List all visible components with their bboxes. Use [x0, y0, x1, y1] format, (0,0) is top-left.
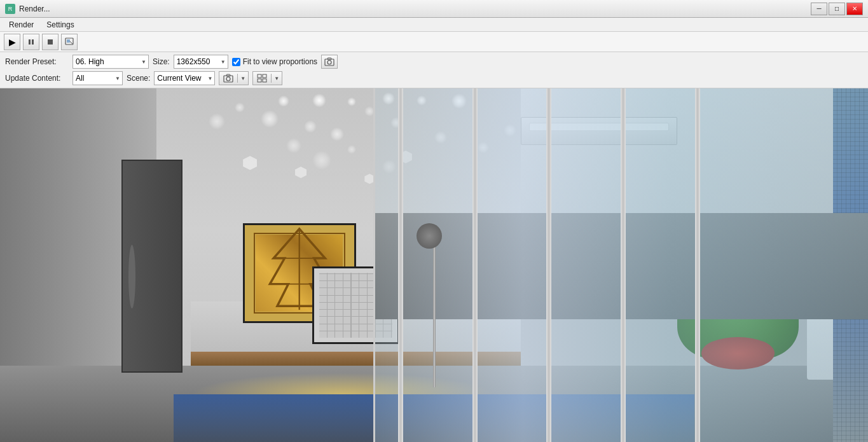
- camera-dropdown-arrow[interactable]: ▼: [238, 76, 248, 81]
- toolbar: ▶: [0, 32, 868, 52]
- close-button[interactable]: ✕: [846, 3, 863, 15]
- svg-point-9: [226, 77, 230, 81]
- render-preset-label: Render Preset:: [5, 57, 69, 66]
- play-button[interactable]: ▶: [4, 34, 20, 50]
- view-icon: [253, 74, 272, 83]
- floor-lamp: [433, 245, 436, 387]
- svg-rect-14: [263, 79, 266, 82]
- app-icon: R: [5, 4, 15, 14]
- door: [121, 160, 183, 373]
- size-label: Size:: [153, 57, 170, 66]
- svg-rect-0: [29, 39, 31, 45]
- update-content-label: Update Content:: [5, 74, 69, 83]
- menu-bar: Render Settings: [0, 18, 868, 32]
- window-frames: [373, 88, 868, 442]
- size-select[interactable]: 640x480 800x600 1024x768 1280x720 1362x5…: [174, 55, 228, 69]
- fit-to-view-label: Fit to view proportions: [232, 57, 317, 66]
- capture-button[interactable]: [321, 55, 338, 69]
- minimize-button[interactable]: ─: [811, 3, 827, 15]
- fit-to-view-checkbox[interactable]: [232, 58, 240, 66]
- title-bar-controls: ─ □ ✕: [811, 3, 863, 15]
- scene-select-wrap: Current View Top Front Side Perspective: [154, 71, 215, 85]
- control-row-2: Update Content: All Geometry Lights Mate…: [5, 71, 863, 85]
- scene-select[interactable]: Current View Top Front Side Perspective: [154, 71, 215, 85]
- render-viewport: [0, 88, 868, 442]
- svg-rect-4: [67, 39, 70, 43]
- pause-button[interactable]: [23, 34, 39, 50]
- update-content-select-wrap: All Geometry Lights Materials: [72, 71, 123, 85]
- control-row-1: Render Preset: 01. Draft 02. Low 03. Med…: [5, 55, 863, 69]
- svg-point-6: [327, 60, 331, 64]
- control-bar: Render Preset: 01. Draft 02. Low 03. Med…: [0, 52, 868, 88]
- menu-settings[interactable]: Settings: [40, 19, 80, 31]
- svg-rect-11: [258, 74, 261, 78]
- export-button[interactable]: [61, 34, 78, 50]
- svg-rect-12: [263, 74, 266, 78]
- menu-render[interactable]: Render: [3, 19, 40, 31]
- update-content-select[interactable]: All Geometry Lights Materials: [72, 71, 123, 85]
- view-dropdown-arrow[interactable]: ▼: [272, 76, 282, 81]
- maximize-button[interactable]: □: [829, 3, 845, 15]
- svg-rect-1: [32, 39, 34, 45]
- render-preset-select-wrap: 01. Draft 02. Low 03. Medium 04. High (I…: [72, 55, 149, 69]
- scene-label: Scene:: [127, 74, 150, 83]
- title-bar: R Render... ─ □ ✕: [0, 0, 868, 18]
- render-preset-select[interactable]: 01. Draft 02. Low 03. Medium 04. High (I…: [72, 55, 149, 69]
- svg-rect-13: [258, 79, 261, 82]
- title-bar-text: Render...: [19, 4, 811, 13]
- camera-icon: [219, 74, 238, 83]
- view-split-button[interactable]: ▼: [252, 71, 282, 85]
- svg-rect-2: [48, 39, 53, 45]
- lamp-shade: [417, 223, 442, 249]
- size-select-wrap: 640x480 800x600 1024x768 1280x720 1362x5…: [174, 55, 228, 69]
- render-scene: [0, 88, 868, 442]
- camera-split-button[interactable]: ▼: [219, 71, 249, 85]
- stop-button[interactable]: [42, 34, 59, 50]
